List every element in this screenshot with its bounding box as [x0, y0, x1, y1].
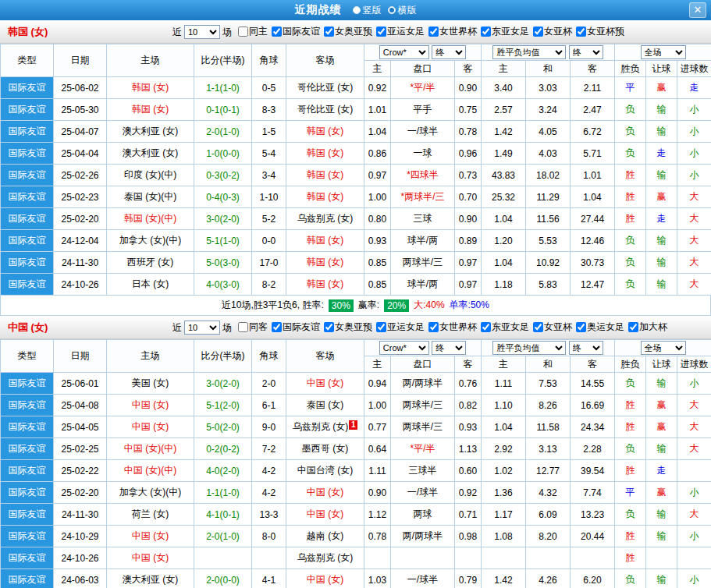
filter-option[interactable]: 同主: [238, 25, 268, 38]
odds-home-cell: 1.00: [364, 186, 391, 208]
filter-checkbox[interactable]: [533, 27, 543, 37]
handicap-cell: *平/半: [391, 438, 455, 460]
corner-cell: 9-0: [252, 416, 286, 438]
result-cell: 负: [615, 438, 646, 460]
avg-draw-cell: 5.83: [526, 274, 571, 296]
odds-company-select[interactable]: Crow*: [379, 341, 429, 355]
odds-home-cell: 0.80: [364, 208, 391, 230]
avg-draw-cell: 18.02: [526, 165, 571, 186]
match-date: 24-10-26: [54, 274, 107, 296]
odds-away-cell: 0.60: [455, 460, 482, 482]
corner-cell: 4-2: [252, 482, 286, 504]
filter-checkbox[interactable]: [628, 322, 638, 332]
filter-checkbox[interactable]: [533, 322, 543, 332]
layout-vertical-option[interactable]: 竖版: [353, 4, 382, 17]
col-header-score: 比分(半场): [194, 340, 252, 373]
odds-final-select[interactable]: 终: [432, 341, 466, 355]
filter-option[interactable]: 同客: [238, 321, 268, 334]
match-type-cell: 国际友谊: [1, 569, 54, 588]
goals-result-cell: 小: [677, 482, 711, 504]
filter-option[interactable]: 东亚女足: [481, 25, 529, 38]
filter-option[interactable]: 亚运女足: [376, 321, 425, 334]
filter-checkbox[interactable]: [376, 27, 386, 37]
filter-checkbox[interactable]: [272, 322, 282, 332]
match-type-cell: 国际友谊: [1, 208, 54, 230]
match-count-select[interactable]: 10: [184, 321, 220, 335]
match-type-cell: 国际友谊: [1, 395, 54, 416]
filter-checkbox[interactable]: [376, 322, 386, 332]
odds-away-cell: 0.97: [455, 252, 482, 274]
odds-away-cell: 0.97: [455, 274, 482, 296]
away-team: 韩国 (女): [286, 186, 364, 208]
away-team: 韩国 (女): [286, 230, 364, 252]
filter-option[interactable]: 女世界杯: [428, 25, 477, 38]
avg-odds-select[interactable]: 胜平负均值: [492, 45, 566, 59]
odds-home-cell: 0.90: [364, 482, 391, 504]
filter-option[interactable]: 加大杯: [628, 321, 667, 334]
avg-away-cell: 30.73: [571, 252, 615, 274]
filter-checkbox[interactable]: [481, 27, 491, 37]
filter-checkbox[interactable]: [576, 322, 586, 332]
filter-option[interactable]: 国际友谊: [272, 25, 320, 38]
filter-checkbox[interactable]: [481, 322, 491, 332]
match-type-cell: 国际友谊: [1, 482, 54, 504]
odds-away-cell: [455, 547, 482, 569]
avg-final-select[interactable]: 终: [569, 45, 603, 59]
filter-option[interactable]: 女亚杯: [533, 25, 572, 38]
match-count-select[interactable]: 10: [184, 25, 220, 39]
close-icon[interactable]: ✕: [689, 2, 706, 18]
score-cell: 1-1(1-0): [194, 77, 252, 99]
filter-option[interactable]: 奥运女足: [576, 321, 624, 334]
filter-option[interactable]: 东亚女足: [481, 321, 529, 334]
avg-home-cell: 1.18: [482, 274, 526, 296]
handicap-cell: *两球半/三: [391, 186, 455, 208]
score-cell: 4-0(3-0): [194, 274, 252, 296]
filter-option[interactable]: 女世界杯: [428, 321, 477, 334]
odds-company-select[interactable]: Crow*: [379, 45, 429, 59]
filter-option[interactable]: 女奥亚预: [324, 321, 372, 334]
odds-home-cell: 1.04: [364, 121, 391, 143]
col-header-let: 让球: [646, 356, 677, 373]
col-header-goals: 进球数: [677, 61, 711, 77]
filter-checkbox[interactable]: [428, 322, 439, 332]
filter-option[interactable]: 女奥亚预: [324, 25, 372, 38]
odds-away-cell: 0.75: [455, 99, 482, 121]
filter-checkbox[interactable]: [238, 27, 248, 37]
odds-home-cell: 0.85: [364, 252, 391, 274]
odds-away-cell: 0.82: [455, 395, 482, 416]
avg-draw-cell: 11.58: [526, 416, 571, 438]
filter-checkbox[interactable]: [324, 27, 334, 37]
avg-odds-select[interactable]: 胜平负均值: [492, 341, 566, 355]
avg-home-cell: 3.40: [482, 77, 526, 99]
match-date: 25-02-26: [54, 165, 107, 186]
filter-checkbox[interactable]: [324, 322, 334, 332]
away-team: 越南 (女): [286, 526, 364, 547]
filter-option[interactable]: 亚运女足: [376, 25, 425, 38]
corner-cell: [252, 547, 286, 569]
col-header-type: 类型: [1, 44, 54, 77]
filter-checkbox-group: 同主国际友谊女奥亚预亚运女足女世界杯东亚女足女亚杯女亚杯预: [234, 25, 624, 39]
score-cell: [194, 547, 252, 569]
fulltime-select[interactable]: 全场: [641, 341, 686, 355]
filter-checkbox[interactable]: [272, 27, 282, 37]
fulltime-select[interactable]: 全场: [641, 45, 686, 59]
filter-option[interactable]: 女亚杯: [533, 321, 572, 334]
filter-checkbox[interactable]: [238, 322, 248, 332]
handicap-cell: 两球半/三: [391, 252, 455, 274]
avg-final-select[interactable]: 终: [569, 341, 603, 355]
filter-checkbox[interactable]: [576, 27, 586, 37]
avg-away-cell: 27.44: [571, 208, 615, 230]
match-row: 国际友谊 25-06-02 韩国 (女) 1-1(1-0) 0-5 哥伦比亚 (…: [1, 77, 711, 99]
avg-home-cell: 1.42: [482, 569, 526, 588]
filter-checkbox[interactable]: [428, 27, 439, 37]
layout-horizontal-option[interactable]: 横版: [388, 4, 417, 17]
goals-result-cell: 小: [677, 165, 711, 186]
away-team: 墨西哥 (女): [286, 438, 364, 460]
avg-away-cell: 6.20: [571, 569, 615, 588]
odds-final-select[interactable]: 终: [432, 45, 466, 59]
filter-option[interactable]: 女亚杯预: [576, 25, 624, 38]
home-team: 韩国 (女): [107, 99, 194, 121]
avg-draw-cell: 5.53: [526, 230, 571, 252]
avg-home-cell: 1.49: [482, 143, 526, 165]
filter-option[interactable]: 国际友谊: [272, 321, 320, 334]
